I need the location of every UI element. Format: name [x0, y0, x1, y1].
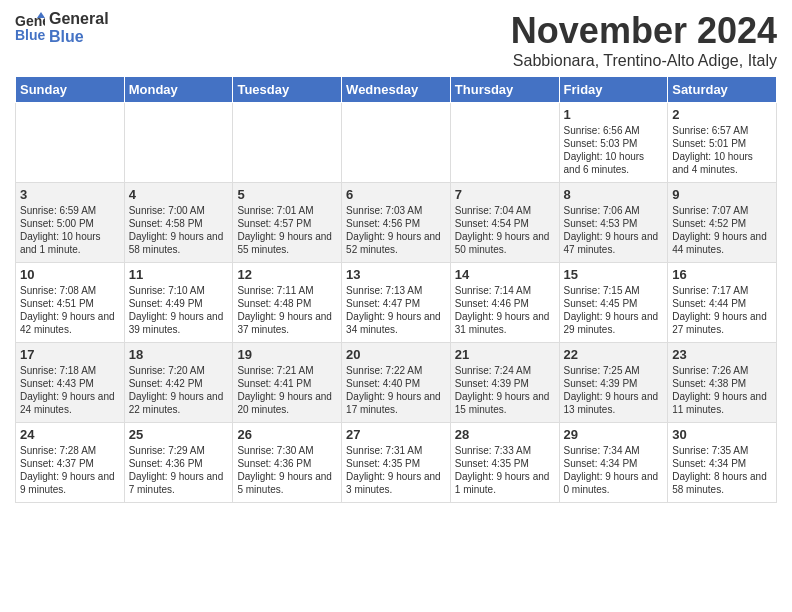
- calendar-cell: 18Sunrise: 7:20 AM Sunset: 4:42 PM Dayli…: [124, 343, 233, 423]
- day-info: Sunrise: 7:14 AM Sunset: 4:46 PM Dayligh…: [455, 284, 555, 336]
- day-number: 24: [20, 427, 120, 442]
- day-info: Sunrise: 7:28 AM Sunset: 4:37 PM Dayligh…: [20, 444, 120, 496]
- day-number: 13: [346, 267, 446, 282]
- day-info: Sunrise: 7:03 AM Sunset: 4:56 PM Dayligh…: [346, 204, 446, 256]
- logo-icon: General Blue: [15, 10, 45, 46]
- day-info: Sunrise: 7:07 AM Sunset: 4:52 PM Dayligh…: [672, 204, 772, 256]
- day-info: Sunrise: 6:57 AM Sunset: 5:01 PM Dayligh…: [672, 124, 772, 176]
- calendar-cell: 5Sunrise: 7:01 AM Sunset: 4:57 PM Daylig…: [233, 183, 342, 263]
- day-number: 20: [346, 347, 446, 362]
- calendar-cell: [233, 103, 342, 183]
- day-number: 14: [455, 267, 555, 282]
- month-title: November 2024: [511, 10, 777, 52]
- calendar-cell: 9Sunrise: 7:07 AM Sunset: 4:52 PM Daylig…: [668, 183, 777, 263]
- day-info: Sunrise: 7:06 AM Sunset: 4:53 PM Dayligh…: [564, 204, 664, 256]
- calendar-cell: 11Sunrise: 7:10 AM Sunset: 4:49 PM Dayli…: [124, 263, 233, 343]
- day-number: 22: [564, 347, 664, 362]
- calendar-cell: 22Sunrise: 7:25 AM Sunset: 4:39 PM Dayli…: [559, 343, 668, 423]
- day-info: Sunrise: 7:21 AM Sunset: 4:41 PM Dayligh…: [237, 364, 337, 416]
- header-wednesday: Wednesday: [342, 77, 451, 103]
- day-number: 2: [672, 107, 772, 122]
- calendar-table: SundayMondayTuesdayWednesdayThursdayFrid…: [15, 76, 777, 503]
- calendar-cell: 21Sunrise: 7:24 AM Sunset: 4:39 PM Dayli…: [450, 343, 559, 423]
- day-number: 12: [237, 267, 337, 282]
- day-info: Sunrise: 7:08 AM Sunset: 4:51 PM Dayligh…: [20, 284, 120, 336]
- day-number: 25: [129, 427, 229, 442]
- day-number: 10: [20, 267, 120, 282]
- day-info: Sunrise: 7:35 AM Sunset: 4:34 PM Dayligh…: [672, 444, 772, 496]
- day-number: 11: [129, 267, 229, 282]
- day-number: 21: [455, 347, 555, 362]
- header-tuesday: Tuesday: [233, 77, 342, 103]
- day-info: Sunrise: 7:00 AM Sunset: 4:58 PM Dayligh…: [129, 204, 229, 256]
- day-number: 4: [129, 187, 229, 202]
- calendar-cell: 15Sunrise: 7:15 AM Sunset: 4:45 PM Dayli…: [559, 263, 668, 343]
- day-number: 15: [564, 267, 664, 282]
- day-info: Sunrise: 7:25 AM Sunset: 4:39 PM Dayligh…: [564, 364, 664, 416]
- day-info: Sunrise: 7:10 AM Sunset: 4:49 PM Dayligh…: [129, 284, 229, 336]
- day-number: 30: [672, 427, 772, 442]
- day-number: 23: [672, 347, 772, 362]
- day-number: 17: [20, 347, 120, 362]
- day-number: 6: [346, 187, 446, 202]
- calendar-cell: 1Sunrise: 6:56 AM Sunset: 5:03 PM Daylig…: [559, 103, 668, 183]
- calendar-cell: 25Sunrise: 7:29 AM Sunset: 4:36 PM Dayli…: [124, 423, 233, 503]
- header-saturday: Saturday: [668, 77, 777, 103]
- day-info: Sunrise: 6:59 AM Sunset: 5:00 PM Dayligh…: [20, 204, 120, 256]
- logo-line1: General: [49, 10, 109, 28]
- day-info: Sunrise: 7:33 AM Sunset: 4:35 PM Dayligh…: [455, 444, 555, 496]
- calendar-cell: 20Sunrise: 7:22 AM Sunset: 4:40 PM Dayli…: [342, 343, 451, 423]
- calendar-cell: 12Sunrise: 7:11 AM Sunset: 4:48 PM Dayli…: [233, 263, 342, 343]
- calendar-cell: 16Sunrise: 7:17 AM Sunset: 4:44 PM Dayli…: [668, 263, 777, 343]
- calendar-cell: 8Sunrise: 7:06 AM Sunset: 4:53 PM Daylig…: [559, 183, 668, 263]
- calendar-cell: 24Sunrise: 7:28 AM Sunset: 4:37 PM Dayli…: [16, 423, 125, 503]
- calendar-cell: [124, 103, 233, 183]
- calendar-cell: 10Sunrise: 7:08 AM Sunset: 4:51 PM Dayli…: [16, 263, 125, 343]
- day-info: Sunrise: 7:22 AM Sunset: 4:40 PM Dayligh…: [346, 364, 446, 416]
- day-number: 19: [237, 347, 337, 362]
- day-number: 18: [129, 347, 229, 362]
- day-number: 16: [672, 267, 772, 282]
- day-info: Sunrise: 7:18 AM Sunset: 4:43 PM Dayligh…: [20, 364, 120, 416]
- header-row: SundayMondayTuesdayWednesdayThursdayFrid…: [16, 77, 777, 103]
- calendar-cell: 19Sunrise: 7:21 AM Sunset: 4:41 PM Dayli…: [233, 343, 342, 423]
- day-number: 28: [455, 427, 555, 442]
- day-number: 5: [237, 187, 337, 202]
- day-number: 7: [455, 187, 555, 202]
- day-info: Sunrise: 7:04 AM Sunset: 4:54 PM Dayligh…: [455, 204, 555, 256]
- calendar-cell: 13Sunrise: 7:13 AM Sunset: 4:47 PM Dayli…: [342, 263, 451, 343]
- calendar-cell: 23Sunrise: 7:26 AM Sunset: 4:38 PM Dayli…: [668, 343, 777, 423]
- day-info: Sunrise: 7:11 AM Sunset: 4:48 PM Dayligh…: [237, 284, 337, 336]
- day-number: 27: [346, 427, 446, 442]
- calendar-cell: 7Sunrise: 7:04 AM Sunset: 4:54 PM Daylig…: [450, 183, 559, 263]
- calendar-cell: [450, 103, 559, 183]
- page-header: General Blue General Blue November 2024 …: [15, 10, 777, 70]
- day-info: Sunrise: 7:01 AM Sunset: 4:57 PM Dayligh…: [237, 204, 337, 256]
- calendar-cell: 29Sunrise: 7:34 AM Sunset: 4:34 PM Dayli…: [559, 423, 668, 503]
- logo-line2: Blue: [49, 28, 109, 46]
- calendar-cell: 17Sunrise: 7:18 AM Sunset: 4:43 PM Dayli…: [16, 343, 125, 423]
- day-info: Sunrise: 7:17 AM Sunset: 4:44 PM Dayligh…: [672, 284, 772, 336]
- calendar-cell: 26Sunrise: 7:30 AM Sunset: 4:36 PM Dayli…: [233, 423, 342, 503]
- day-number: 29: [564, 427, 664, 442]
- day-number: 1: [564, 107, 664, 122]
- calendar-cell: 14Sunrise: 7:14 AM Sunset: 4:46 PM Dayli…: [450, 263, 559, 343]
- header-thursday: Thursday: [450, 77, 559, 103]
- day-info: Sunrise: 7:26 AM Sunset: 4:38 PM Dayligh…: [672, 364, 772, 416]
- day-number: 9: [672, 187, 772, 202]
- calendar-cell: 27Sunrise: 7:31 AM Sunset: 4:35 PM Dayli…: [342, 423, 451, 503]
- day-info: Sunrise: 7:13 AM Sunset: 4:47 PM Dayligh…: [346, 284, 446, 336]
- header-monday: Monday: [124, 77, 233, 103]
- day-info: Sunrise: 7:15 AM Sunset: 4:45 PM Dayligh…: [564, 284, 664, 336]
- header-sunday: Sunday: [16, 77, 125, 103]
- week-row-0: 1Sunrise: 6:56 AM Sunset: 5:03 PM Daylig…: [16, 103, 777, 183]
- day-number: 3: [20, 187, 120, 202]
- day-info: Sunrise: 6:56 AM Sunset: 5:03 PM Dayligh…: [564, 124, 664, 176]
- calendar-cell: [16, 103, 125, 183]
- week-row-3: 17Sunrise: 7:18 AM Sunset: 4:43 PM Dayli…: [16, 343, 777, 423]
- header-friday: Friday: [559, 77, 668, 103]
- calendar-cell: 6Sunrise: 7:03 AM Sunset: 4:56 PM Daylig…: [342, 183, 451, 263]
- calendar-cell: 4Sunrise: 7:00 AM Sunset: 4:58 PM Daylig…: [124, 183, 233, 263]
- title-section: November 2024 Sabbionara, Trentino-Alto …: [511, 10, 777, 70]
- week-row-2: 10Sunrise: 7:08 AM Sunset: 4:51 PM Dayli…: [16, 263, 777, 343]
